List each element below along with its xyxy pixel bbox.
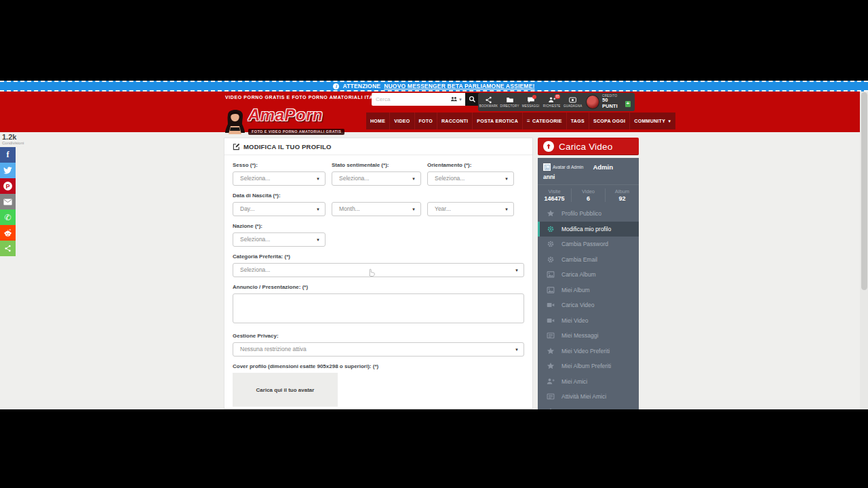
orientamento-select[interactable]: Seleziona...▼	[427, 171, 514, 186]
directory-button[interactable]: DIRECTORY	[499, 93, 520, 111]
scrollbar-thumb[interactable]	[861, 92, 867, 290]
star-icon	[546, 362, 555, 370]
email-share-button[interactable]	[0, 194, 16, 209]
search-category-select[interactable]: ▼	[448, 93, 465, 106]
year-select[interactable]: Year...▼	[427, 202, 514, 216]
menu-profilo-pubblico[interactable]: Profilo Pubblico	[538, 206, 639, 222]
user-avatar[interactable]	[586, 95, 599, 109]
panel-title: MODIFICA IL TUO PROFILO	[224, 138, 532, 155]
screen: i ATTENZIONE NUOVO MESSENGER BETA PARLIA…	[0, 0, 868, 488]
privacy-select[interactable]: Nessuna restrizione attiva▼	[233, 342, 524, 357]
menu-modifica-profilo[interactable]: Modifica mio profilo	[538, 222, 639, 237]
social-share-rail: f P ✆	[0, 147, 16, 256]
search-input[interactable]	[372, 93, 448, 106]
main-nav: HOME VIDEO FOTO RACCONTI POSTA EROTICA ≡…	[366, 113, 641, 129]
menu-carica-video[interactable]: Carica Video	[538, 298, 639, 313]
menu-miei-amici[interactable]: Miei Amici	[538, 374, 639, 390]
edit-pencil-icon	[233, 143, 240, 150]
search-icon	[469, 96, 476, 103]
site-logo[interactable]: AmaPorn FOTO E VIDEO PORNO AMATORIALI GR…	[224, 107, 344, 136]
chevron-down-icon: ▼	[667, 119, 671, 123]
stat-video: Video 6	[571, 188, 605, 202]
page-body: 1.2k Condivisioni f P ✆	[0, 132, 860, 409]
notice-link[interactable]: NUOVO MESSENGER BETA PARLIAMONE ASSIEME!	[384, 83, 534, 89]
menu-attivita-amici[interactable]: Attività Miei Amici	[538, 389, 639, 405]
upload-video-button[interactable]: Carica Video	[538, 138, 639, 155]
edit-profile-panel: MODIFICA IL TUO PROFILO Sesso (*): Selez…	[224, 138, 533, 409]
stat-album: Album 92	[605, 188, 639, 202]
notification-dot	[532, 95, 536, 99]
add-credit-button[interactable]: +	[625, 101, 631, 107]
header-tagline: VIDEO PORNO GRATIS E FOTO PORNO AMATORIA…	[225, 95, 391, 100]
menu-esci[interactable]: Esci	[538, 405, 639, 410]
chevron-down-icon: ▼	[458, 98, 462, 102]
orientamento-label: Orientamento (*):	[427, 162, 514, 168]
menu-carica-album[interactable]: Carica Album	[538, 267, 639, 283]
stato-select[interactable]: Seleziona...▼	[332, 171, 421, 186]
categoria-select[interactable]: Seleziona...▼	[233, 263, 524, 277]
reddit-share-button[interactable]	[0, 225, 16, 241]
menu-miei-album[interactable]: Miei Album	[538, 283, 639, 298]
facebook-share-button[interactable]: f	[0, 147, 16, 163]
reddit-alien-icon	[3, 228, 12, 237]
nazione-label: Nazione (*):	[233, 223, 524, 229]
envelope-icon	[3, 199, 12, 205]
menu-miei-messaggi[interactable]: Miei Messaggi	[538, 328, 639, 344]
folder-icon	[506, 96, 514, 104]
whatsapp-share-button[interactable]: ✆	[0, 209, 16, 225]
nav-scopa-oggi[interactable]: SCOPA OGGI	[589, 113, 629, 129]
user-name: Admin	[593, 163, 613, 171]
sesso-label: Sesso (*):	[233, 162, 326, 168]
stato-label: Stato sentimentale (*):	[332, 162, 421, 168]
menu-miei-video[interactable]: Miei Video	[538, 313, 639, 329]
notice-text: ATTENZIONE	[342, 83, 380, 89]
profile-sidebar: Carica Video Avatar di Admin Admin anni	[538, 138, 639, 409]
logo-subtitle: FOTO E VIDEO PORNO AMATORIALI GRATIS	[248, 129, 344, 135]
letterbox-top	[0, 0, 868, 81]
nav-racconti[interactable]: RACCONTI	[437, 113, 472, 129]
avatar-alt-text: Avatar di Admin	[553, 165, 583, 169]
quick-actions-bar: BOOKMARK DIRECTORY MESSAGGI 65	[478, 93, 635, 111]
menu-cambia-password[interactable]: Cambia Password	[538, 237, 639, 252]
site-header: VIDEO PORNO GRATIS E FOTO PORNO AMATORIA…	[0, 92, 860, 132]
pinterest-icon: P	[3, 182, 12, 190]
person-add-icon	[546, 378, 555, 386]
requests-button[interactable]: 65 RICHIESTE	[541, 93, 562, 111]
messages-button[interactable]: MESSAGGI	[520, 93, 541, 111]
image-icon	[546, 270, 555, 279]
menu-miei-video-preferiti[interactable]: Miei Video Preferiti	[538, 344, 639, 359]
nav-tags[interactable]: TAGS	[567, 113, 589, 129]
menu-cambia-email[interactable]: Cambia Email	[538, 252, 639, 268]
earn-button[interactable]: GUADAGNA	[562, 93, 583, 111]
menu-miei-album-preferiti[interactable]: Miei Album Preferiti	[538, 359, 639, 374]
month-select[interactable]: Month...▼	[332, 202, 421, 216]
nav-video[interactable]: VIDEO	[390, 113, 414, 129]
share-count: 1.2k Condivisioni	[2, 134, 24, 145]
nav-community[interactable]: COMMUNITY ▼	[630, 113, 675, 129]
search-button[interactable]	[465, 93, 479, 106]
gear-icon	[546, 225, 555, 233]
nav-home[interactable]: HOME	[366, 113, 389, 129]
bookmark-button[interactable]: BOOKMARK	[478, 93, 499, 111]
nav-posta-erotica[interactable]: POSTA EROTICA	[473, 113, 522, 129]
categoria-label: Categoria Preferita: (*)	[233, 253, 524, 260]
nav-foto[interactable]: FOTO	[415, 113, 437, 129]
activity-list-icon	[546, 392, 555, 401]
nav-categorie[interactable]: ≡ CATEGORIE	[523, 113, 566, 129]
cover-upload-dropzone[interactable]: Carica qui il tuo avatar	[233, 373, 338, 407]
credit-area: CREDITO 50 PUNTI +	[583, 93, 635, 111]
user-panel: Avatar di Admin Admin anni Visite 146475…	[538, 158, 639, 409]
user-stats: Visite 146475 Video 6 Album 92	[538, 184, 639, 206]
nazione-select[interactable]: Seleziona...▼	[233, 232, 326, 247]
twitter-share-button[interactable]	[0, 163, 16, 178]
scrollbar-track[interactable]	[860, 81, 868, 409]
requests-badge: 65	[555, 94, 560, 99]
search-bar: ▼	[372, 93, 479, 106]
generic-share-button[interactable]	[0, 241, 16, 256]
pinterest-share-button[interactable]: P	[0, 178, 16, 194]
gear-icon	[546, 240, 555, 248]
annuncio-textarea[interactable]	[233, 293, 524, 323]
day-select[interactable]: Day...▼	[233, 202, 326, 216]
sesso-select[interactable]: Seleziona...▼	[233, 171, 326, 186]
upload-icon	[543, 141, 554, 152]
